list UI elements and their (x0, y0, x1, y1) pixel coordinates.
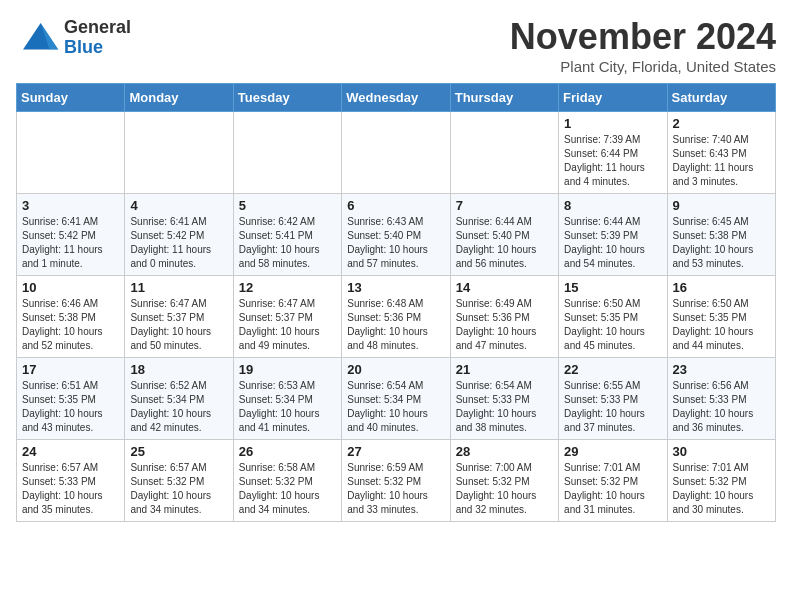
calendar-header-monday: Monday (125, 84, 233, 112)
calendar-cell: 25Sunrise: 6:57 AMSunset: 5:32 PMDayligh… (125, 440, 233, 522)
page-title: November 2024 (510, 16, 776, 58)
day-info: Sunrise: 6:50 AMSunset: 5:35 PMDaylight:… (564, 297, 661, 353)
day-info: Sunrise: 7:39 AMSunset: 6:44 PMDaylight:… (564, 133, 661, 189)
calendar-week-3: 10Sunrise: 6:46 AMSunset: 5:38 PMDayligh… (17, 276, 776, 358)
logo-general: General (64, 18, 131, 38)
day-info: Sunrise: 6:51 AMSunset: 5:35 PMDaylight:… (22, 379, 119, 435)
calendar-cell: 3Sunrise: 6:41 AMSunset: 5:42 PMDaylight… (17, 194, 125, 276)
calendar-cell: 14Sunrise: 6:49 AMSunset: 5:36 PMDayligh… (450, 276, 558, 358)
day-number: 12 (239, 280, 336, 295)
day-number: 18 (130, 362, 227, 377)
day-info: Sunrise: 6:54 AMSunset: 5:33 PMDaylight:… (456, 379, 553, 435)
calendar-week-2: 3Sunrise: 6:41 AMSunset: 5:42 PMDaylight… (17, 194, 776, 276)
calendar-cell: 18Sunrise: 6:52 AMSunset: 5:34 PMDayligh… (125, 358, 233, 440)
day-number: 10 (22, 280, 119, 295)
day-number: 16 (673, 280, 770, 295)
calendar-cell (17, 112, 125, 194)
calendar-week-4: 17Sunrise: 6:51 AMSunset: 5:35 PMDayligh… (17, 358, 776, 440)
day-number: 7 (456, 198, 553, 213)
calendar-week-1: 1Sunrise: 7:39 AMSunset: 6:44 PMDaylight… (17, 112, 776, 194)
day-number: 25 (130, 444, 227, 459)
logo-blue: Blue (64, 38, 131, 58)
calendar-cell: 5Sunrise: 6:42 AMSunset: 5:41 PMDaylight… (233, 194, 341, 276)
calendar-header-tuesday: Tuesday (233, 84, 341, 112)
day-info: Sunrise: 6:46 AMSunset: 5:38 PMDaylight:… (22, 297, 119, 353)
day-number: 5 (239, 198, 336, 213)
calendar-cell (342, 112, 450, 194)
calendar-cell: 4Sunrise: 6:41 AMSunset: 5:42 PMDaylight… (125, 194, 233, 276)
calendar-cell: 22Sunrise: 6:55 AMSunset: 5:33 PMDayligh… (559, 358, 667, 440)
calendar-cell: 11Sunrise: 6:47 AMSunset: 5:37 PMDayligh… (125, 276, 233, 358)
day-info: Sunrise: 6:53 AMSunset: 5:34 PMDaylight:… (239, 379, 336, 435)
calendar-cell: 15Sunrise: 6:50 AMSunset: 5:35 PMDayligh… (559, 276, 667, 358)
day-info: Sunrise: 6:52 AMSunset: 5:34 PMDaylight:… (130, 379, 227, 435)
day-number: 21 (456, 362, 553, 377)
calendar-cell: 23Sunrise: 6:56 AMSunset: 5:33 PMDayligh… (667, 358, 775, 440)
calendar-cell: 7Sunrise: 6:44 AMSunset: 5:40 PMDaylight… (450, 194, 558, 276)
day-info: Sunrise: 6:45 AMSunset: 5:38 PMDaylight:… (673, 215, 770, 271)
day-number: 29 (564, 444, 661, 459)
day-info: Sunrise: 7:01 AMSunset: 5:32 PMDaylight:… (673, 461, 770, 517)
day-info: Sunrise: 6:42 AMSunset: 5:41 PMDaylight:… (239, 215, 336, 271)
calendar-header-row: SundayMondayTuesdayWednesdayThursdayFrid… (17, 84, 776, 112)
calendar-cell: 28Sunrise: 7:00 AMSunset: 5:32 PMDayligh… (450, 440, 558, 522)
calendar-header-saturday: Saturday (667, 84, 775, 112)
day-info: Sunrise: 6:44 AMSunset: 5:40 PMDaylight:… (456, 215, 553, 271)
title-block: November 2024 Plant City, Florida, Unite… (510, 16, 776, 75)
day-info: Sunrise: 6:54 AMSunset: 5:34 PMDaylight:… (347, 379, 444, 435)
day-number: 6 (347, 198, 444, 213)
calendar-cell: 12Sunrise: 6:47 AMSunset: 5:37 PMDayligh… (233, 276, 341, 358)
day-info: Sunrise: 6:44 AMSunset: 5:39 PMDaylight:… (564, 215, 661, 271)
day-number: 4 (130, 198, 227, 213)
day-number: 26 (239, 444, 336, 459)
calendar-cell: 9Sunrise: 6:45 AMSunset: 5:38 PMDaylight… (667, 194, 775, 276)
calendar-cell: 8Sunrise: 6:44 AMSunset: 5:39 PMDaylight… (559, 194, 667, 276)
day-number: 23 (673, 362, 770, 377)
day-number: 2 (673, 116, 770, 131)
day-number: 17 (22, 362, 119, 377)
calendar-cell: 10Sunrise: 6:46 AMSunset: 5:38 PMDayligh… (17, 276, 125, 358)
day-info: Sunrise: 6:57 AMSunset: 5:32 PMDaylight:… (130, 461, 227, 517)
day-number: 11 (130, 280, 227, 295)
calendar-cell: 30Sunrise: 7:01 AMSunset: 5:32 PMDayligh… (667, 440, 775, 522)
calendar-cell: 17Sunrise: 6:51 AMSunset: 5:35 PMDayligh… (17, 358, 125, 440)
day-info: Sunrise: 6:47 AMSunset: 5:37 PMDaylight:… (239, 297, 336, 353)
calendar-cell: 6Sunrise: 6:43 AMSunset: 5:40 PMDaylight… (342, 194, 450, 276)
day-info: Sunrise: 6:50 AMSunset: 5:35 PMDaylight:… (673, 297, 770, 353)
logo-text: General Blue (64, 18, 131, 58)
day-number: 20 (347, 362, 444, 377)
calendar-week-5: 24Sunrise: 6:57 AMSunset: 5:33 PMDayligh… (17, 440, 776, 522)
calendar-cell: 21Sunrise: 6:54 AMSunset: 5:33 PMDayligh… (450, 358, 558, 440)
logo: General Blue (16, 16, 131, 60)
page-header: General Blue November 2024 Plant City, F… (16, 16, 776, 75)
calendar-cell: 20Sunrise: 6:54 AMSunset: 5:34 PMDayligh… (342, 358, 450, 440)
day-number: 30 (673, 444, 770, 459)
day-number: 22 (564, 362, 661, 377)
day-number: 24 (22, 444, 119, 459)
calendar-cell: 13Sunrise: 6:48 AMSunset: 5:36 PMDayligh… (342, 276, 450, 358)
day-info: Sunrise: 7:40 AMSunset: 6:43 PMDaylight:… (673, 133, 770, 189)
day-info: Sunrise: 6:55 AMSunset: 5:33 PMDaylight:… (564, 379, 661, 435)
day-info: Sunrise: 6:49 AMSunset: 5:36 PMDaylight:… (456, 297, 553, 353)
day-info: Sunrise: 6:41 AMSunset: 5:42 PMDaylight:… (22, 215, 119, 271)
day-number: 14 (456, 280, 553, 295)
day-number: 13 (347, 280, 444, 295)
calendar-header-thursday: Thursday (450, 84, 558, 112)
calendar-cell: 16Sunrise: 6:50 AMSunset: 5:35 PMDayligh… (667, 276, 775, 358)
calendar-cell: 26Sunrise: 6:58 AMSunset: 5:32 PMDayligh… (233, 440, 341, 522)
day-number: 8 (564, 198, 661, 213)
calendar-cell (450, 112, 558, 194)
calendar-header-friday: Friday (559, 84, 667, 112)
day-info: Sunrise: 7:01 AMSunset: 5:32 PMDaylight:… (564, 461, 661, 517)
day-info: Sunrise: 6:43 AMSunset: 5:40 PMDaylight:… (347, 215, 444, 271)
day-info: Sunrise: 6:41 AMSunset: 5:42 PMDaylight:… (130, 215, 227, 271)
calendar-header-sunday: Sunday (17, 84, 125, 112)
day-number: 1 (564, 116, 661, 131)
day-number: 27 (347, 444, 444, 459)
calendar-cell (125, 112, 233, 194)
day-number: 28 (456, 444, 553, 459)
calendar-cell: 29Sunrise: 7:01 AMSunset: 5:32 PMDayligh… (559, 440, 667, 522)
calendar-cell: 27Sunrise: 6:59 AMSunset: 5:32 PMDayligh… (342, 440, 450, 522)
day-info: Sunrise: 6:48 AMSunset: 5:36 PMDaylight:… (347, 297, 444, 353)
logo-icon (16, 16, 60, 60)
